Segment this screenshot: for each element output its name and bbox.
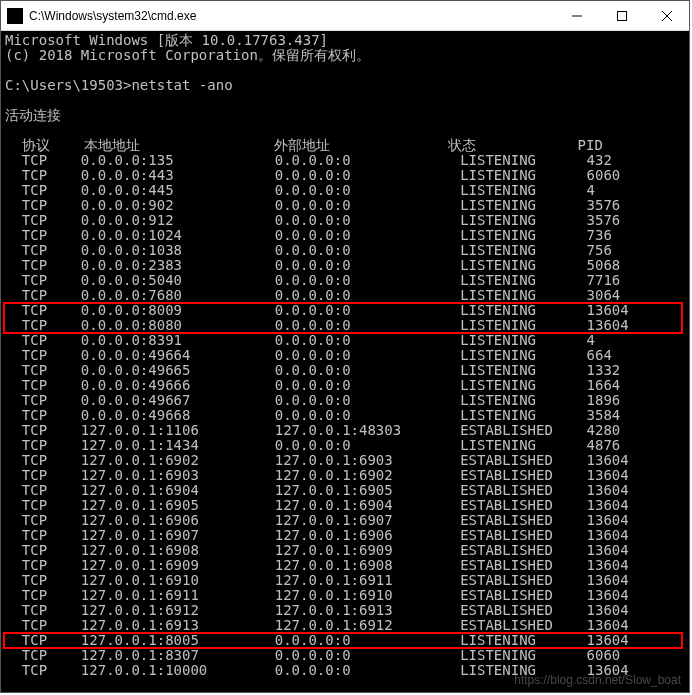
netstat-row: TCP 127.0.0.1:6907 127.0.0.1:6906 ESTABL…	[5, 528, 685, 543]
netstat-row: TCP 0.0.0.0:49666 0.0.0.0:0 LISTENING 16…	[5, 378, 685, 393]
netstat-row: TCP 127.0.0.1:6912 127.0.0.1:6913 ESTABL…	[5, 603, 685, 618]
term-line: 活动连接	[5, 108, 685, 123]
watermark: https://blog.csdn.net/Slow_boat	[514, 672, 681, 688]
column-header: 协议 本地地址 外部地址 状态 PID	[5, 138, 685, 153]
netstat-row: TCP 0.0.0.0:8080 0.0.0.0:0 LISTENING 136…	[5, 318, 685, 333]
netstat-row: TCP 127.0.0.1:6903 127.0.0.1:6902 ESTABL…	[5, 468, 685, 483]
term-line	[5, 123, 685, 138]
close-button[interactable]	[644, 1, 689, 31]
netstat-row: TCP 127.0.0.1:6911 127.0.0.1:6910 ESTABL…	[5, 588, 685, 603]
netstat-row: TCP 0.0.0.0:8009 0.0.0.0:0 LISTENING 136…	[5, 303, 685, 318]
svg-rect-1	[617, 11, 626, 20]
minimize-button[interactable]	[554, 1, 599, 31]
netstat-row: TCP 0.0.0.0:135 0.0.0.0:0 LISTENING 432	[5, 153, 685, 168]
netstat-row: TCP 0.0.0.0:443 0.0.0.0:0 LISTENING 6060	[5, 168, 685, 183]
netstat-row: TCP 0.0.0.0:912 0.0.0.0:0 LISTENING 3576	[5, 213, 685, 228]
netstat-row: TCP 0.0.0.0:902 0.0.0.0:0 LISTENING 3576	[5, 198, 685, 213]
netstat-row: TCP 0.0.0.0:8391 0.0.0.0:0 LISTENING 4	[5, 333, 685, 348]
netstat-row: TCP 127.0.0.1:8307 0.0.0.0:0 LISTENING 6…	[5, 648, 685, 663]
netstat-row: TCP 127.0.0.1:6906 127.0.0.1:6907 ESTABL…	[5, 513, 685, 528]
netstat-row: TCP 127.0.0.1:6904 127.0.0.1:6905 ESTABL…	[5, 483, 685, 498]
netstat-row: TCP 127.0.0.1:8005 0.0.0.0:0 LISTENING 1…	[5, 633, 685, 648]
netstat-row: TCP 127.0.0.1:6910 127.0.0.1:6911 ESTABL…	[5, 573, 685, 588]
netstat-row: TCP 0.0.0.0:1038 0.0.0.0:0 LISTENING 756	[5, 243, 685, 258]
netstat-row: TCP 0.0.0.0:49664 0.0.0.0:0 LISTENING 66…	[5, 348, 685, 363]
netstat-row: TCP 127.0.0.1:6909 127.0.0.1:6908 ESTABL…	[5, 558, 685, 573]
netstat-row: TCP 127.0.0.1:6913 127.0.0.1:6912 ESTABL…	[5, 618, 685, 633]
netstat-row: TCP 127.0.0.1:6908 127.0.0.1:6909 ESTABL…	[5, 543, 685, 558]
netstat-row: TCP 0.0.0.0:1024 0.0.0.0:0 LISTENING 736	[5, 228, 685, 243]
netstat-row: TCP 127.0.0.1:6902 127.0.0.1:6903 ESTABL…	[5, 453, 685, 468]
netstat-row: TCP 127.0.0.1:6905 127.0.0.1:6904 ESTABL…	[5, 498, 685, 513]
netstat-row: TCP 127.0.0.1:1434 0.0.0.0:0 LISTENING 4…	[5, 438, 685, 453]
netstat-row: TCP 0.0.0.0:49667 0.0.0.0:0 LISTENING 18…	[5, 393, 685, 408]
term-line: Microsoft Windows [版本 10.0.17763.437]	[5, 33, 685, 48]
netstat-row: TCP 127.0.0.1:1106 127.0.0.1:48303 ESTAB…	[5, 423, 685, 438]
term-line: (c) 2018 Microsoft Corporation。保留所有权利。	[5, 48, 685, 63]
term-line	[5, 93, 685, 108]
term-line	[5, 63, 685, 78]
netstat-row: TCP 0.0.0.0:5040 0.0.0.0:0 LISTENING 771…	[5, 273, 685, 288]
netstat-row: TCP 0.0.0.0:445 0.0.0.0:0 LISTENING 4	[5, 183, 685, 198]
cmd-icon	[7, 8, 23, 24]
window-title: C:\Windows\system32\cmd.exe	[29, 9, 554, 23]
title-bar[interactable]: C:\Windows\system32\cmd.exe	[1, 1, 689, 31]
netstat-row: TCP 0.0.0.0:49665 0.0.0.0:0 LISTENING 13…	[5, 363, 685, 378]
netstat-row: TCP 0.0.0.0:2383 0.0.0.0:0 LISTENING 506…	[5, 258, 685, 273]
terminal-output[interactable]: Microsoft Windows [版本 10.0.17763.437](c)…	[1, 31, 689, 692]
term-line: C:\Users\19503>netstat -ano	[5, 78, 685, 93]
netstat-row: TCP 0.0.0.0:49668 0.0.0.0:0 LISTENING 35…	[5, 408, 685, 423]
maximize-button[interactable]	[599, 1, 644, 31]
netstat-row: TCP 0.0.0.0:7680 0.0.0.0:0 LISTENING 306…	[5, 288, 685, 303]
cmd-window: C:\Windows\system32\cmd.exe Microsoft Wi…	[0, 0, 690, 693]
